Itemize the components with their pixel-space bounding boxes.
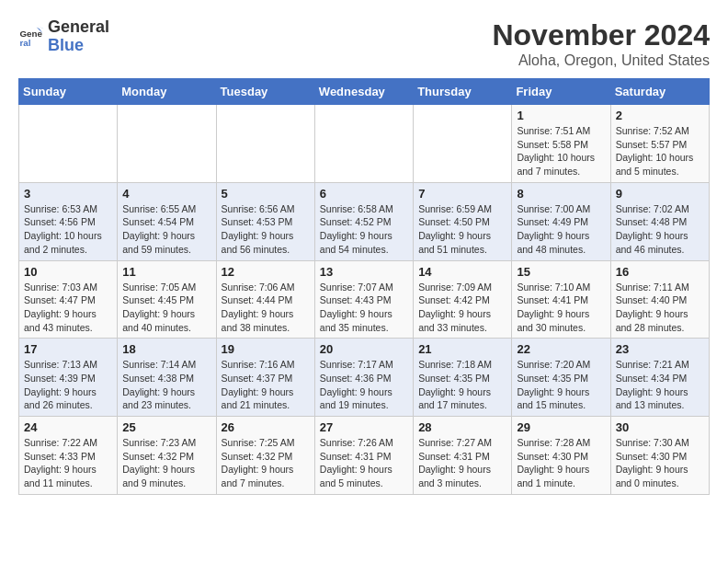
- calendar-cell: 2Sunrise: 7:52 AM Sunset: 5:57 PM Daylig…: [610, 105, 709, 183]
- day-number: 13: [320, 265, 408, 279]
- day-detail: Sunrise: 7:23 AM Sunset: 4:32 PM Dayligh…: [122, 436, 210, 490]
- calendar-cell: [314, 105, 413, 183]
- day-number: 23: [616, 342, 704, 356]
- title-area: November 2024 Aloha, Oregon, United Stat…: [492, 18, 710, 69]
- weekday-header-friday: Friday: [512, 79, 610, 105]
- day-number: 16: [616, 265, 704, 279]
- calendar-cell: [414, 105, 512, 183]
- day-number: 28: [418, 420, 506, 434]
- calendar-cell: 30Sunrise: 7:30 AM Sunset: 4:30 PM Dayli…: [610, 417, 709, 495]
- day-number: 11: [122, 265, 210, 279]
- day-detail: Sunrise: 7:21 AM Sunset: 4:34 PM Dayligh…: [616, 358, 704, 412]
- weekday-header-thursday: Thursday: [414, 79, 512, 105]
- logo-line1: General: [48, 18, 109, 37]
- day-detail: Sunrise: 7:27 AM Sunset: 4:31 PM Dayligh…: [418, 436, 506, 490]
- calendar-cell: 23Sunrise: 7:21 AM Sunset: 4:34 PM Dayli…: [610, 339, 709, 417]
- day-detail: Sunrise: 7:06 AM Sunset: 4:44 PM Dayligh…: [222, 281, 310, 335]
- calendar-cell: 21Sunrise: 7:18 AM Sunset: 4:35 PM Dayli…: [414, 339, 512, 417]
- calendar-cell: 3Sunrise: 6:53 AM Sunset: 4:56 PM Daylig…: [19, 182, 118, 260]
- calendar-cell: 7Sunrise: 6:59 AM Sunset: 4:50 PM Daylig…: [414, 182, 512, 260]
- week-row-4: 17Sunrise: 7:13 AM Sunset: 4:39 PM Dayli…: [19, 339, 710, 417]
- day-number: 17: [24, 342, 112, 356]
- day-number: 18: [122, 342, 210, 356]
- calendar-cell: [118, 105, 216, 183]
- calendar-cell: 16Sunrise: 7:11 AM Sunset: 4:40 PM Dayli…: [610, 260, 709, 339]
- calendar-cell: 4Sunrise: 6:55 AM Sunset: 4:54 PM Daylig…: [118, 182, 216, 260]
- calendar-cell: 10Sunrise: 7:03 AM Sunset: 4:47 PM Dayli…: [19, 260, 118, 339]
- day-detail: Sunrise: 7:22 AM Sunset: 4:33 PM Dayligh…: [24, 436, 112, 490]
- calendar-cell: 9Sunrise: 7:02 AM Sunset: 4:48 PM Daylig…: [610, 182, 709, 260]
- day-detail: Sunrise: 7:17 AM Sunset: 4:36 PM Dayligh…: [320, 358, 408, 412]
- weekday-header-tuesday: Tuesday: [216, 79, 314, 105]
- day-detail: Sunrise: 7:20 AM Sunset: 4:35 PM Dayligh…: [517, 358, 605, 412]
- day-number: 9: [616, 187, 704, 201]
- weekday-header-row: SundayMondayTuesdayWednesdayThursdayFrid…: [19, 79, 710, 105]
- day-number: 10: [24, 265, 112, 279]
- calendar-cell: 14Sunrise: 7:09 AM Sunset: 4:42 PM Dayli…: [414, 260, 512, 339]
- calendar-cell: 27Sunrise: 7:26 AM Sunset: 4:31 PM Dayli…: [314, 417, 413, 495]
- day-detail: Sunrise: 7:09 AM Sunset: 4:42 PM Dayligh…: [418, 281, 506, 335]
- calendar-cell: 24Sunrise: 7:22 AM Sunset: 4:33 PM Dayli…: [19, 417, 118, 495]
- day-detail: Sunrise: 7:10 AM Sunset: 4:41 PM Dayligh…: [517, 281, 605, 335]
- day-detail: Sunrise: 7:25 AM Sunset: 4:32 PM Dayligh…: [222, 436, 310, 490]
- calendar-header: SundayMondayTuesdayWednesdayThursdayFrid…: [19, 79, 710, 105]
- day-number: 1: [517, 109, 605, 122]
- week-row-2: 3Sunrise: 6:53 AM Sunset: 4:56 PM Daylig…: [19, 182, 710, 260]
- day-detail: Sunrise: 6:56 AM Sunset: 4:53 PM Dayligh…: [222, 202, 310, 257]
- weekday-header-saturday: Saturday: [610, 79, 709, 105]
- calendar-cell: 29Sunrise: 7:28 AM Sunset: 4:30 PM Dayli…: [512, 417, 610, 495]
- calendar-cell: 15Sunrise: 7:10 AM Sunset: 4:41 PM Dayli…: [512, 260, 610, 339]
- weekday-header-sunday: Sunday: [19, 79, 118, 105]
- logo-line2: Blue: [48, 37, 109, 55]
- calendar-cell: 17Sunrise: 7:13 AM Sunset: 4:39 PM Dayli…: [19, 339, 118, 417]
- day-number: 21: [418, 342, 506, 356]
- day-detail: Sunrise: 7:30 AM Sunset: 4:30 PM Dayligh…: [616, 436, 704, 490]
- calendar-cell: 11Sunrise: 7:05 AM Sunset: 4:45 PM Dayli…: [118, 260, 216, 339]
- day-detail: Sunrise: 7:14 AM Sunset: 4:38 PM Dayligh…: [122, 358, 210, 412]
- day-number: 22: [517, 342, 605, 356]
- day-detail: Sunrise: 7:28 AM Sunset: 4:30 PM Dayligh…: [517, 436, 605, 490]
- calendar-cell: 26Sunrise: 7:25 AM Sunset: 4:32 PM Dayli…: [216, 417, 314, 495]
- day-number: 2: [616, 109, 704, 122]
- weekday-header-monday: Monday: [118, 79, 216, 105]
- location-subtitle: Aloha, Oregon, United States: [492, 52, 710, 69]
- calendar-cell: 13Sunrise: 7:07 AM Sunset: 4:43 PM Dayli…: [314, 260, 413, 339]
- day-number: 30: [616, 420, 704, 434]
- calendar-cell: 18Sunrise: 7:14 AM Sunset: 4:38 PM Dayli…: [118, 339, 216, 417]
- svg-text:ral: ral: [19, 38, 30, 48]
- day-detail: Sunrise: 6:53 AM Sunset: 4:56 PM Dayligh…: [24, 202, 112, 257]
- day-number: 26: [222, 420, 310, 434]
- calendar-cell: 28Sunrise: 7:27 AM Sunset: 4:31 PM Dayli…: [414, 417, 512, 495]
- day-number: 29: [517, 420, 605, 434]
- week-row-3: 10Sunrise: 7:03 AM Sunset: 4:47 PM Dayli…: [19, 260, 710, 339]
- month-title: November 2024: [492, 18, 710, 52]
- calendar-cell: 6Sunrise: 6:58 AM Sunset: 4:52 PM Daylig…: [314, 182, 413, 260]
- day-detail: Sunrise: 6:58 AM Sunset: 4:52 PM Dayligh…: [320, 202, 408, 257]
- calendar-cell: 19Sunrise: 7:16 AM Sunset: 4:37 PM Dayli…: [216, 339, 314, 417]
- calendar-cell: 12Sunrise: 7:06 AM Sunset: 4:44 PM Dayli…: [216, 260, 314, 339]
- calendar-cell: 22Sunrise: 7:20 AM Sunset: 4:35 PM Dayli…: [512, 339, 610, 417]
- day-number: 7: [418, 187, 506, 201]
- day-detail: Sunrise: 7:05 AM Sunset: 4:45 PM Dayligh…: [122, 281, 210, 335]
- calendar-cell: [19, 105, 118, 183]
- calendar-cell: 5Sunrise: 6:56 AM Sunset: 4:53 PM Daylig…: [216, 182, 314, 260]
- calendar-cell: 25Sunrise: 7:23 AM Sunset: 4:32 PM Dayli…: [118, 417, 216, 495]
- day-number: 3: [24, 187, 112, 201]
- calendar-table: SundayMondayTuesdayWednesdayThursdayFrid…: [18, 78, 710, 495]
- week-row-1: 1Sunrise: 7:51 AM Sunset: 5:58 PM Daylig…: [19, 105, 710, 183]
- calendar-cell: 20Sunrise: 7:17 AM Sunset: 4:36 PM Dayli…: [314, 339, 413, 417]
- day-detail: Sunrise: 6:59 AM Sunset: 4:50 PM Dayligh…: [418, 202, 506, 257]
- day-number: 20: [320, 342, 408, 356]
- day-detail: Sunrise: 7:51 AM Sunset: 5:58 PM Dayligh…: [517, 124, 605, 178]
- day-detail: Sunrise: 6:55 AM Sunset: 4:54 PM Dayligh…: [122, 202, 210, 257]
- day-detail: Sunrise: 7:18 AM Sunset: 4:35 PM Dayligh…: [418, 358, 506, 412]
- weekday-header-wednesday: Wednesday: [314, 79, 413, 105]
- day-number: 12: [222, 265, 310, 279]
- logo-icon: Gene ral: [18, 24, 44, 50]
- day-detail: Sunrise: 7:03 AM Sunset: 4:47 PM Dayligh…: [24, 281, 112, 335]
- day-detail: Sunrise: 7:16 AM Sunset: 4:37 PM Dayligh…: [222, 358, 310, 412]
- day-number: 6: [320, 187, 408, 201]
- calendar-cell: 8Sunrise: 7:00 AM Sunset: 4:49 PM Daylig…: [512, 182, 610, 260]
- day-detail: Sunrise: 7:02 AM Sunset: 4:48 PM Dayligh…: [616, 202, 704, 257]
- week-row-5: 24Sunrise: 7:22 AM Sunset: 4:33 PM Dayli…: [19, 417, 710, 495]
